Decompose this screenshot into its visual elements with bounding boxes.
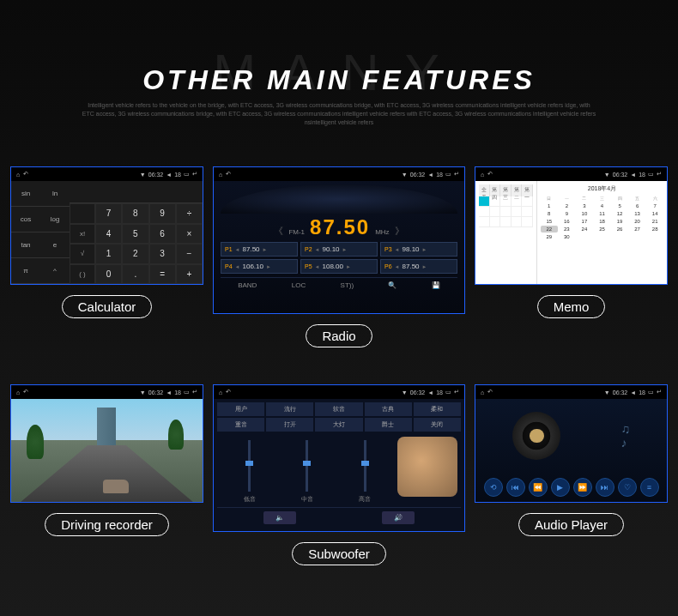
memo-active-cell[interactable] [479,196,490,206]
eq-tab[interactable]: 用户 [217,402,264,416]
player-button[interactable]: ⏭ [596,478,614,497]
eq-tab[interactable]: 打开 [266,418,313,432]
cal-day[interactable]: 6 [629,202,646,209]
cal-day[interactable]: 12 [611,210,628,217]
cal-day[interactable]: 17 [576,218,593,225]
cal-day[interactable]: 10 [576,210,593,217]
player-button[interactable]: ♡ [618,478,637,497]
calc-key[interactable]: 4 [95,224,122,245]
calc-side[interactable]: √ [70,244,95,264]
calendar-month: 2018年4月 [541,184,663,193]
cal-day[interactable]: 22 [541,226,558,233]
calc-key[interactable]: 6 [149,224,176,245]
calc-side[interactable] [70,203,95,224]
player-button[interactable]: ⏩ [573,478,592,497]
cal-day[interactable]: 1 [541,202,558,209]
status-bar: ⌂↶ ▼06:32◄18▭↵ [214,385,464,399]
cal-day[interactable]: 24 [576,226,593,233]
calc-key[interactable]: = [149,264,176,285]
cal-day[interactable]: 8 [541,210,558,217]
eq-slider[interactable]: 低音 [244,437,256,504]
cal-day[interactable]: 18 [594,218,611,225]
battery-icon: ▭ [184,171,190,178]
calc-side[interactable]: x! [70,224,95,245]
eq-tab[interactable]: 大灯 [315,418,362,432]
memo-label: Memo [537,295,606,318]
sub-bottom-btn[interactable]: 🔊 [382,511,415,524]
eq-tab[interactable]: 古典 [365,402,412,416]
calc-key[interactable]: 2 [122,244,148,264]
calc-fn-cos[interactable]: cos [11,207,40,233]
radio-ctrl-btn[interactable]: 🔍 [388,281,397,289]
eq-tab[interactable]: 柔和 [414,402,461,416]
cal-day[interactable]: 14 [646,210,663,217]
radio-ctrl-btn[interactable]: BAND [238,281,257,289]
calc-key[interactable]: × [176,224,203,245]
eq-tab[interactable]: 流行 [266,402,313,416]
calc-key[interactable]: ÷ [176,203,203,224]
cal-day[interactable]: 15 [541,218,558,225]
preset-P6[interactable]: P6◄87.50► [380,259,457,274]
preset-P3[interactable]: P3◄98.10► [380,242,457,257]
calc-fn-tan[interactable]: tan [11,233,40,258]
cal-day[interactable]: 16 [559,218,576,225]
cal-day[interactable]: 27 [629,226,646,233]
calc-key[interactable]: 8 [122,203,148,224]
audio-label: Audio Player [518,513,624,536]
calc-key[interactable]: 3 [149,244,176,264]
cal-day[interactable]: 28 [646,226,663,233]
player-button[interactable]: ⟲ [484,478,503,497]
player-button[interactable]: ⏮ [506,478,525,497]
calc-fn-ln[interactable]: ln [40,181,70,207]
calc-key[interactable]: 9 [149,203,176,224]
calc-side[interactable]: ( ) [70,264,95,285]
player-button[interactable]: ▶ [551,478,570,497]
player-button[interactable]: ≡ [640,478,659,497]
player-button[interactable]: ⏪ [529,478,548,497]
eq-slider[interactable]: 高音 [359,437,371,504]
eq-tab[interactable]: 爵士 [365,418,412,432]
calc-fn-π[interactable]: π [11,258,40,284]
cal-day[interactable]: 3 [576,202,593,209]
eq-tab[interactable]: 软音 [315,402,362,416]
cal-day[interactable]: 30 [559,233,576,240]
eq-slider[interactable]: 中音 [301,437,313,504]
preset-P4[interactable]: P4◄106.10► [221,259,298,274]
cal-day[interactable]: 5 [611,202,628,209]
radio-ctrl-btn[interactable]: 💾 [432,281,440,289]
cal-day[interactable]: 26 [611,226,628,233]
cal-day[interactable]: 21 [646,218,663,225]
cal-day[interactable]: 20 [629,218,646,225]
eq-tab[interactable]: 重音 [217,418,264,432]
cal-day[interactable]: 2 [559,202,576,209]
preset-P1[interactable]: P1◄87.50► [221,242,298,257]
cal-day[interactable]: 11 [594,210,611,217]
prev-arrow-icon[interactable]: 《 [274,225,283,238]
radio-ctrl-btn[interactable]: LOC [292,281,306,289]
cal-day[interactable]: 19 [611,218,628,225]
next-arrow-icon[interactable]: 》 [395,225,404,238]
calc-fn-sin[interactable]: sin [11,181,40,207]
cal-day[interactable]: 23 [559,226,576,233]
calc-key[interactable]: 7 [95,203,122,224]
calc-key[interactable]: 5 [122,224,148,245]
calc-fn-e[interactable]: e [40,233,70,258]
calc-fn-log[interactable]: log [40,207,70,233]
cal-day[interactable]: 25 [594,226,611,233]
cal-day[interactable]: 7 [646,202,663,209]
preset-P5[interactable]: P5◄108.00► [300,259,378,274]
calc-key[interactable]: 1 [95,244,122,264]
eq-tab[interactable]: 关闭 [414,418,461,432]
calc-key[interactable]: − [176,244,203,264]
cal-day[interactable]: 4 [594,202,611,209]
cal-day[interactable]: 9 [559,210,576,217]
calc-key[interactable]: + [176,264,203,285]
calc-fn-^[interactable]: ^ [40,258,70,284]
calc-key[interactable]: 0 [95,264,122,285]
sub-bottom-btn[interactable]: 🔈 [263,511,296,524]
cal-day[interactable]: 29 [541,233,558,240]
calc-key[interactable]: . [122,264,148,285]
preset-P2[interactable]: P2◄90.10► [300,242,378,257]
cal-day[interactable]: 13 [629,210,646,217]
radio-ctrl-btn[interactable]: ST)) [341,281,354,289]
